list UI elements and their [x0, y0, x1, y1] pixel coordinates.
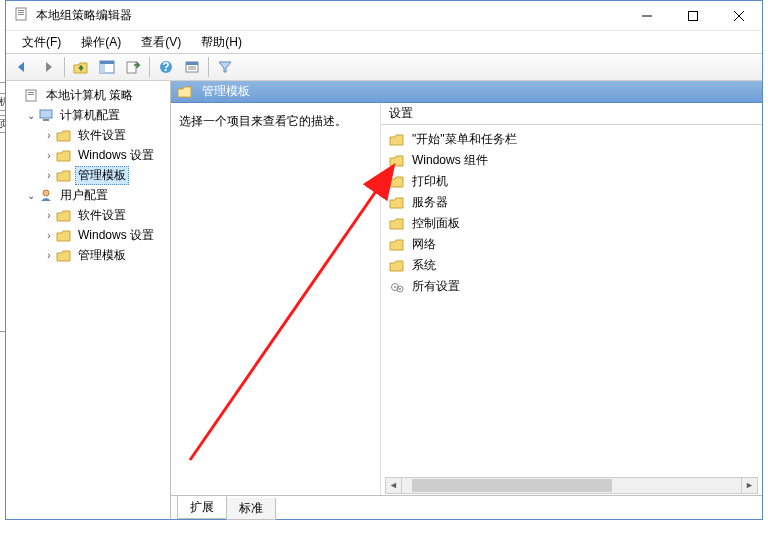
- list-item[interactable]: Windows 组件: [381, 150, 762, 171]
- folder-icon: [56, 228, 72, 242]
- gpedit-window: 本地组策略编辑器 文件(F) 操作(A) 查看(V) 帮助(H) ? ▸本地计算…: [5, 0, 763, 520]
- scroll-right-button[interactable]: ►: [741, 477, 758, 494]
- scroll-thumb[interactable]: [412, 479, 612, 492]
- folder-icon: [56, 168, 72, 182]
- tab-standard[interactable]: 标准: [226, 498, 276, 520]
- folder-icon: [56, 148, 72, 162]
- titlebar[interactable]: 本地组策略编辑器: [6, 1, 762, 31]
- column-header-setting[interactable]: 设置: [381, 103, 762, 125]
- menu-view[interactable]: 查看(V): [133, 32, 189, 53]
- list-item[interactable]: 系统: [381, 255, 762, 276]
- list-item[interactable]: 网络: [381, 234, 762, 255]
- svg-rect-20: [28, 94, 34, 95]
- svg-point-27: [399, 288, 401, 290]
- list-item[interactable]: 服务器: [381, 192, 762, 213]
- export-button[interactable]: [121, 55, 145, 79]
- policy-icon: [24, 88, 40, 102]
- tree-root[interactable]: ▸本地计算机 策略: [6, 85, 170, 105]
- up-button[interactable]: [69, 55, 93, 79]
- menu-file[interactable]: 文件(F): [14, 32, 69, 53]
- list-item[interactable]: 控制面板: [381, 213, 762, 234]
- svg-rect-21: [40, 110, 52, 118]
- folder-icon: [389, 217, 405, 231]
- tree-u-windows[interactable]: ›Windows 设置: [6, 225, 170, 245]
- folder-icon: [177, 85, 193, 99]
- list-item[interactable]: "开始"菜单和任务栏: [381, 129, 762, 150]
- list-pane: 设置 "开始"菜单和任务栏 Windows 组件 打印机 服务器 控制面板 网络…: [381, 103, 762, 495]
- help-button[interactable]: ?: [154, 55, 178, 79]
- svg-rect-18: [26, 90, 36, 101]
- computer-icon: [38, 108, 54, 122]
- list-item[interactable]: 打印机: [381, 171, 762, 192]
- item-list[interactable]: "开始"菜单和任务栏 Windows 组件 打印机 服务器 控制面板 网络 系统…: [381, 125, 762, 477]
- menubar: 文件(F) 操作(A) 查看(V) 帮助(H): [6, 31, 762, 53]
- menu-help[interactable]: 帮助(H): [193, 32, 250, 53]
- tree-u-admin-templates[interactable]: ›管理模板: [6, 245, 170, 265]
- scroll-left-button[interactable]: ◄: [385, 477, 402, 494]
- app-icon: [14, 6, 30, 25]
- content-pane: 管理模板 选择一个项目来查看它的描述。 设置 "开始"菜单和任务栏 Window…: [171, 81, 762, 519]
- svg-point-26: [394, 286, 396, 288]
- svg-rect-22: [43, 119, 49, 121]
- svg-rect-2: [18, 12, 24, 13]
- user-icon: [38, 188, 54, 202]
- svg-rect-11: [127, 62, 136, 73]
- svg-point-23: [43, 190, 49, 196]
- list-item[interactable]: 所有设置: [381, 276, 762, 297]
- window-title: 本地组策略编辑器: [36, 7, 624, 24]
- horizontal-scrollbar[interactable]: ◄ ►: [381, 477, 762, 495]
- svg-rect-9: [100, 61, 114, 64]
- description-text: 选择一个项目来查看它的描述。: [179, 114, 347, 128]
- tree-u-software[interactable]: ›软件设置: [6, 205, 170, 225]
- scroll-track[interactable]: [402, 477, 741, 494]
- folder-icon: [389, 238, 405, 252]
- filter-button[interactable]: [213, 55, 237, 79]
- folder-icon: [389, 175, 405, 189]
- tree-computer-config[interactable]: ⌄计算机配置: [6, 105, 170, 125]
- folder-icon: [389, 196, 405, 210]
- tree-c-software[interactable]: ›软件设置: [6, 125, 170, 145]
- menu-action[interactable]: 操作(A): [73, 32, 129, 53]
- tree-user-config[interactable]: ⌄用户配置: [6, 185, 170, 205]
- svg-rect-19: [28, 92, 34, 93]
- description-pane: 选择一个项目来查看它的描述。: [171, 103, 381, 495]
- settings-icon: [389, 280, 405, 294]
- folder-icon: [56, 248, 72, 262]
- content-header: 管理模板: [171, 81, 762, 103]
- folder-icon: [389, 259, 405, 273]
- tree-pane[interactable]: ▸本地计算机 策略 ⌄计算机配置 ›软件设置 ›Windows 设置 ›管理模板…: [6, 81, 171, 519]
- maximize-button[interactable]: [670, 1, 716, 30]
- folder-icon: [389, 154, 405, 168]
- bottom-tabs: 扩展 标准: [171, 495, 762, 519]
- show-hide-tree-button[interactable]: [95, 55, 119, 79]
- svg-rect-3: [18, 14, 24, 15]
- tree-c-admin-templates[interactable]: ›管理模板: [6, 165, 170, 185]
- minimize-button[interactable]: [624, 1, 670, 30]
- forward-button[interactable]: [36, 55, 60, 79]
- tab-extended[interactable]: 扩展: [177, 496, 227, 519]
- folder-icon: [56, 128, 72, 142]
- folder-icon: [56, 208, 72, 222]
- tree-c-windows[interactable]: ›Windows 设置: [6, 145, 170, 165]
- properties-button[interactable]: [180, 55, 204, 79]
- svg-rect-1: [18, 10, 24, 11]
- back-button[interactable]: [10, 55, 34, 79]
- svg-rect-10: [100, 64, 105, 73]
- close-button[interactable]: [716, 1, 762, 30]
- svg-rect-15: [186, 62, 198, 65]
- svg-rect-5: [689, 11, 698, 20]
- svg-text:?: ?: [162, 60, 169, 74]
- folder-icon: [389, 133, 405, 147]
- toolbar: ?: [6, 53, 762, 81]
- content-header-title: 管理模板: [202, 83, 250, 100]
